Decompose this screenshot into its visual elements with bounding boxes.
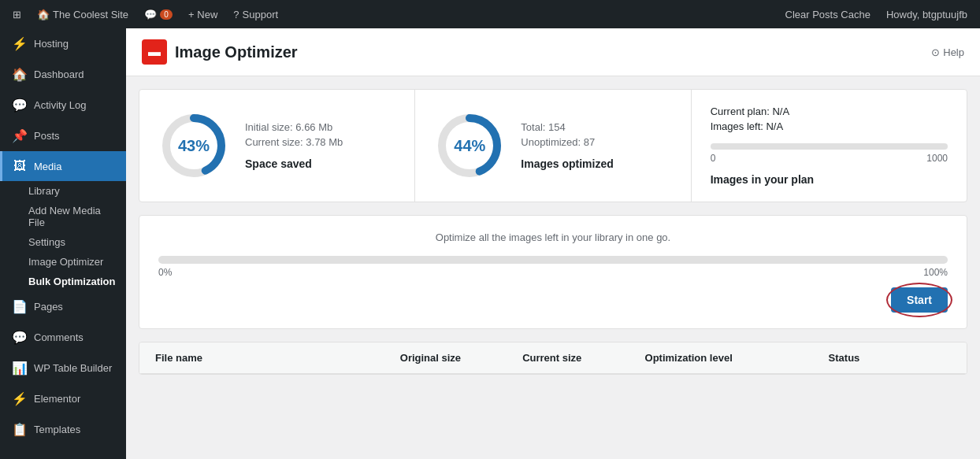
space-saved-donut: 43% [158, 110, 229, 181]
results-table: File name Original size Current size Opt… [139, 342, 967, 375]
sidebar-hosting-label: Hosting [34, 38, 69, 50]
sidebar-activity-label: Activity Log [34, 99, 86, 111]
sidebar: ⚡ Hosting 🏠 Dashboard 💬 Activity Log 📌 P… [0, 28, 126, 459]
support-button[interactable]: ? Support [227, 0, 284, 28]
new-button[interactable]: + New [182, 0, 224, 28]
space-saved-card: 43% Initial size: 6.66 Mb Current size: … [139, 90, 415, 202]
wp-table-builder-icon: 📊 [12, 361, 28, 376]
page-title: Image Optimizer [175, 43, 298, 61]
sidebar-sub-add-new[interactable]: Add New Media File [28, 201, 126, 232]
sidebar-item-media[interactable]: 🖼 Media [0, 151, 126, 181]
pages-icon: 📄 [12, 299, 28, 314]
sidebar-item-templates[interactable]: 📋 Templates [0, 414, 126, 445]
sidebar-sub-library[interactable]: Library [28, 181, 126, 201]
images-optimized-donut: 44% [434, 110, 505, 181]
initial-size-label: Initial size: 6.66 Mb [245, 121, 343, 133]
space-saved-main-label: Space saved [245, 157, 343, 170]
col-optimization-level: Optimization level [645, 352, 829, 364]
col-status: Status [829, 352, 951, 364]
comments-badge: 0 [160, 9, 173, 20]
sidebar-posts-label: Posts [34, 130, 60, 142]
bulk-pct-row: 0% 100% [158, 267, 948, 278]
hosting-icon: ⚡ [12, 36, 28, 51]
plan-main-label: Images in your plan [711, 173, 814, 186]
site-name-label: The Coolest Site [53, 9, 128, 20]
col-original-size: Original size [400, 352, 522, 364]
sidebar-elementor-label: Elementor [34, 393, 80, 405]
sidebar-sub-settings[interactable]: Settings [28, 232, 126, 252]
activity-log-icon: 💬 [12, 98, 28, 113]
sidebar-item-posts[interactable]: 📌 Posts [0, 120, 126, 151]
col-current-size: Current size [522, 352, 644, 364]
stats-container: 43% Initial size: 6.66 Mb Current size: … [139, 89, 967, 202]
templates-icon: 📋 [12, 422, 28, 437]
comments-button[interactable]: 💬 0 [138, 0, 179, 28]
sidebar-sub-image-optimizer[interactable]: Image Optimizer [28, 252, 126, 272]
help-circle-icon: ⊙ [931, 46, 940, 58]
howdy-label: Howdy, btgptuujfb [886, 9, 967, 20]
posts-icon: 📌 [12, 128, 28, 143]
howdy-button[interactable]: Howdy, btgptuujfb [880, 0, 974, 28]
images-optimized-info: Total: 154 Unoptimized: 87 Images optimi… [521, 121, 613, 170]
start-button[interactable]: Start [891, 287, 948, 313]
page-header: ▬ Image Optimizer ⊙ Help [126, 28, 980, 76]
plan-card: Current plan: N/A Images left: N/A 0 100… [692, 90, 967, 202]
wp-logo-icon: ⊞ [13, 9, 21, 20]
bulk-progress-bg [158, 256, 948, 264]
comments-nav-icon: 💬 [12, 330, 28, 345]
site-icon: 🏠 [37, 9, 50, 20]
start-button-wrapper: Start [891, 287, 948, 313]
clear-cache-label: Clear Posts Cache [785, 9, 870, 20]
plan-max: 1000 [926, 153, 948, 164]
page-header-left: ▬ Image Optimizer [142, 39, 298, 65]
admin-bar: ⊞ 🏠 The Coolest Site 💬 0 + New ? Support… [0, 0, 980, 28]
help-label: Help [943, 46, 964, 58]
bulk-pct-start: 0% [158, 267, 172, 278]
bulk-actions: Start [158, 287, 948, 313]
dashboard-icon: 🏠 [12, 67, 28, 82]
sidebar-templates-label: Templates [34, 424, 80, 435]
elementor-nav-icon: ⚡ [12, 391, 28, 406]
images-optimized-main-label: Images optimized [521, 157, 613, 170]
plan-minmax: 0 1000 [711, 153, 948, 164]
bulk-pct-end: 100% [923, 267, 948, 278]
site-name-button[interactable]: 🏠 The Coolest Site [31, 0, 135, 28]
new-label: + New [188, 9, 217, 20]
sidebar-item-wp-table-builder[interactable]: 📊 WP Table Builder [0, 353, 126, 383]
sidebar-sub-bulk-optimization[interactable]: Bulk Optimization [28, 272, 126, 291]
space-saved-info: Initial size: 6.66 Mb Current size: 3.78… [245, 121, 343, 170]
sidebar-wptb-label: WP Table Builder [34, 362, 112, 374]
elementor-logo-icon: ▬ [142, 39, 167, 65]
unoptimized-label: Unoptimized: 87 [521, 136, 613, 148]
sidebar-pages-label: Pages [34, 301, 63, 313]
help-button[interactable]: ⊙ Help [931, 46, 964, 58]
plan-images-left-row: Images left: N/A [711, 120, 948, 132]
col-filename: File name [155, 352, 400, 364]
content-area: ▬ Image Optimizer ⊙ Help [126, 28, 980, 459]
media-submenu: Library Add New Media File Settings Imag… [0, 181, 126, 291]
bulk-optimization-section: Optimize all the images left in your lib… [139, 215, 967, 329]
total-label: Total: 154 [521, 121, 613, 133]
plan-info-row: Current plan: N/A [711, 105, 948, 117]
sidebar-item-hosting[interactable]: ⚡ Hosting [0, 28, 126, 59]
support-label: Support [243, 9, 279, 20]
sidebar-item-pages[interactable]: 📄 Pages [0, 291, 126, 322]
sidebar-item-elementor[interactable]: ⚡ Elementor [0, 383, 126, 414]
comments-icon: 💬 [144, 9, 157, 20]
media-icon: 🖼 [12, 159, 28, 173]
plan-progress-bar-bg [711, 143, 948, 150]
sidebar-item-dashboard[interactable]: 🏠 Dashboard [0, 59, 126, 90]
plan-current-label: Current plan: N/A [711, 105, 789, 117]
plan-min: 0 [711, 153, 716, 164]
support-icon: ? [233, 9, 239, 20]
sidebar-dashboard-label: Dashboard [34, 68, 84, 80]
sidebar-comments-label: Comments [34, 331, 84, 343]
clear-cache-button[interactable]: Clear Posts Cache [779, 0, 877, 28]
images-optimized-card: 44% Total: 154 Unoptimized: 87 Images op… [415, 90, 691, 202]
wp-logo-button[interactable]: ⊞ [6, 0, 28, 28]
sidebar-item-activity-log[interactable]: 💬 Activity Log [0, 90, 126, 120]
images-optimized-percent: 44% [454, 137, 485, 155]
sidebar-item-comments[interactable]: 💬 Comments [0, 322, 126, 353]
space-saved-percent: 43% [178, 137, 210, 155]
table-header: File name Original size Current size Opt… [139, 342, 967, 374]
